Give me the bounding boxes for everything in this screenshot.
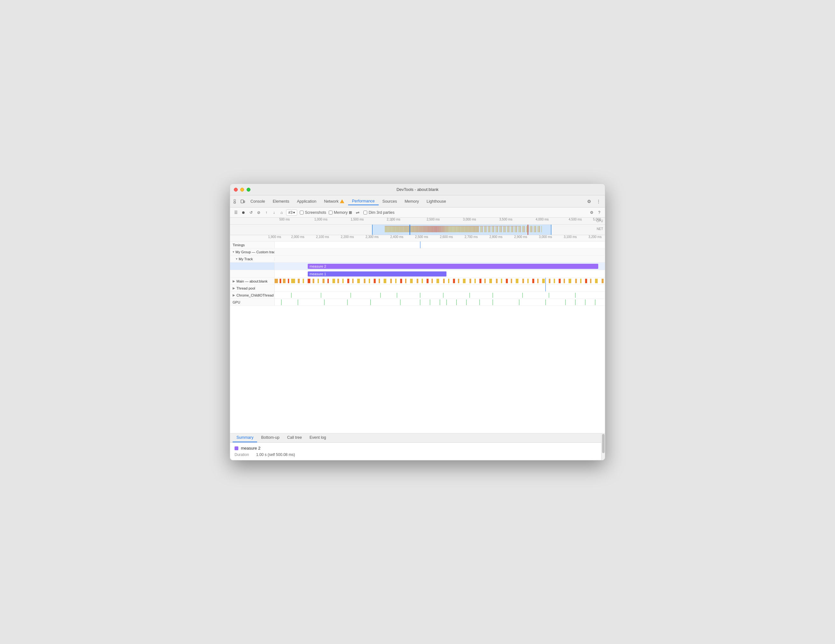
tab-lighthouse[interactable]: Lighthouse — [423, 198, 450, 205]
svg-rect-96 — [565, 299, 565, 305]
close-button[interactable] — [234, 188, 238, 191]
screenshots-check[interactable] — [300, 211, 304, 214]
svg-rect-27 — [390, 279, 392, 283]
titlebar: DevTools - about:blank — [230, 184, 605, 195]
tick-3200: 3,200 ms — [588, 235, 601, 238]
svg-rect-72 — [397, 293, 397, 298]
svg-rect-38 — [448, 279, 449, 283]
chrome-io-label[interactable]: ▶ Chrome_ChildIOThread — [230, 292, 275, 298]
svg-rect-14 — [323, 279, 325, 283]
svg-rect-84 — [370, 299, 371, 305]
dim3rd-check[interactable] — [364, 211, 367, 214]
svg-rect-91 — [466, 299, 466, 305]
measure-title-text: measure 2 — [241, 446, 260, 451]
measure2-label-area[interactable] — [230, 263, 275, 270]
svg-rect-99 — [595, 299, 595, 305]
inner-ruler: 1,900 ms 2,000 ms 2,100 ms 2,200 ms 2,30… — [230, 235, 605, 242]
inner-ruler-ticks: 1,900 ms 2,000 ms 2,100 ms 2,200 ms 2,30… — [275, 235, 605, 241]
tab-performance[interactable]: Performance — [348, 198, 379, 205]
ruler-1500: 1,500 ms — [351, 217, 364, 221]
panel-icon[interactable]: ☰ — [232, 209, 239, 216]
memory-checkbox[interactable]: Memory ▦ — [329, 210, 352, 215]
ruler-4000: 4,000 ms — [536, 217, 549, 221]
screenshots-checkbox[interactable]: Screenshots — [300, 210, 326, 215]
tracks-area: 1,900 ms 2,000 ms 2,100 ms 2,200 ms 2,30… — [230, 235, 605, 433]
svg-rect-65 — [590, 279, 591, 283]
my-track-label[interactable]: ▾ My Track — [230, 257, 275, 261]
tick-2000: 2,000 ms — [291, 235, 304, 238]
tab-memory[interactable]: Memory — [401, 198, 422, 205]
cancel-icon[interactable]: ⊘ — [255, 209, 262, 216]
svg-rect-52 — [523, 279, 524, 283]
main-content[interactable] — [275, 278, 605, 284]
record-selector[interactable]: #3 ▾ — [286, 209, 297, 216]
measure1-bar[interactable]: measure 1 — [308, 271, 447, 276]
inspect-icon[interactable] — [232, 198, 239, 204]
main-label[interactable]: ▶ Main — about:blank — [230, 278, 275, 284]
measure1-label-area[interactable] — [230, 270, 275, 277]
tab-console[interactable]: Console — [247, 198, 269, 205]
tab-summary[interactable]: Summary — [232, 433, 257, 442]
main-expand[interactable]: ▶ — [232, 279, 235, 283]
gear-icon[interactable]: ⚙ — [588, 209, 595, 216]
tab-bar: Console Elements Application Network Per… — [247, 198, 585, 205]
chrome-io-content[interactable] — [275, 292, 605, 298]
measure1-content[interactable]: measure 1 — [275, 270, 605, 278]
tab-sources[interactable]: Sources — [379, 198, 401, 205]
device-icon[interactable] — [240, 198, 246, 204]
thread-pool-content[interactable] — [275, 285, 605, 292]
maximize-button[interactable] — [247, 188, 250, 191]
chrome-io-expand[interactable]: ▶ — [232, 294, 235, 297]
thread-pool-label[interactable]: ▶ Thread pool — [230, 285, 275, 292]
refresh-icon[interactable]: ↺ — [248, 209, 254, 216]
help-icon[interactable]: ? — [596, 209, 603, 216]
custom-group-label[interactable]: ▾ My Group — Custom track — [230, 250, 275, 254]
svg-rect-22 — [364, 279, 366, 283]
flame-icon: ⇌ — [356, 210, 360, 215]
memory-check[interactable] — [329, 211, 333, 214]
timings-content[interactable] — [275, 242, 605, 248]
expand-icon[interactable]: ▾ — [232, 250, 234, 254]
more-options-icon[interactable]: ⋮ — [595, 198, 603, 205]
tab-application[interactable]: Application — [293, 198, 320, 205]
tab-network[interactable]: Network — [320, 198, 348, 205]
measure2-content[interactable]: measure 2 — [275, 263, 605, 270]
svg-rect-60 — [564, 279, 565, 283]
toolbar-left-icons — [232, 198, 246, 204]
upload-icon[interactable]: ↑ — [263, 209, 270, 216]
svg-rect-18 — [343, 279, 344, 283]
svg-rect-9 — [298, 279, 300, 283]
duration-label: Duration — [234, 453, 253, 457]
cpu-label: CPU — [596, 219, 603, 223]
dim3rd-checkbox[interactable]: Dim 3rd parties — [364, 210, 394, 215]
my-track-expand[interactable]: ▾ — [236, 257, 237, 261]
svg-rect-33 — [422, 279, 423, 283]
bottom-scrollbar[interactable] — [601, 433, 605, 460]
tab-bottom-up[interactable]: Bottom-up — [257, 433, 283, 442]
tab-event-log[interactable]: Event log — [306, 433, 330, 442]
tick-3100: 3,100 ms — [564, 235, 577, 238]
svg-rect-30 — [405, 279, 406, 283]
gpu-content[interactable] — [275, 299, 605, 305]
chrome-io-track: ▶ Chrome_ChildIOThread — [230, 292, 605, 299]
svg-rect-69 — [321, 293, 321, 298]
overview-left-cursor — [409, 225, 410, 235]
minimize-button[interactable] — [240, 188, 244, 191]
tab-elements[interactable]: Elements — [269, 198, 293, 205]
svg-rect-78 — [549, 293, 549, 298]
home-icon[interactable]: ⌂ — [278, 209, 285, 216]
settings-icon[interactable]: ⚙ — [585, 198, 593, 205]
tick-2400: 2,400 ms — [390, 235, 403, 238]
ruler-500: 500 ms — [279, 217, 290, 221]
record-icon[interactable]: ⏺ — [240, 209, 247, 216]
measure-title-row: measure 2 — [234, 446, 601, 451]
svg-rect-37 — [443, 279, 445, 283]
overview-selection[interactable] — [372, 225, 551, 235]
tab-call-tree[interactable]: Call tree — [283, 433, 306, 442]
scrollbar-thumb[interactable] — [602, 434, 604, 453]
svg-rect-44 — [479, 279, 481, 283]
gpu-label[interactable]: GPU — [230, 299, 275, 305]
thread-pool-expand[interactable]: ▶ — [232, 286, 235, 290]
measure2-bar[interactable]: measure 2 — [308, 264, 598, 269]
download-icon[interactable]: ↓ — [271, 209, 277, 216]
